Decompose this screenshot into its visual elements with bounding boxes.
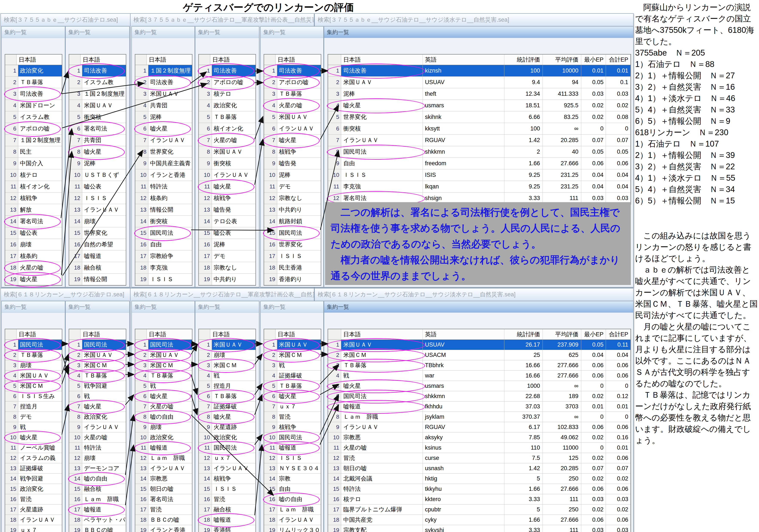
list-item[interactable]: 6嘘火星 xyxy=(135,391,192,401)
list-item[interactable]: 1１国２制度無理 xyxy=(135,65,192,77)
table-row[interactable]: 9自由freedom1.6627.6660.060.06 xyxy=(328,158,631,169)
list-item[interactable]: 4ＴＢ暴落 xyxy=(69,371,126,381)
list-item[interactable]: 13デーモンコア xyxy=(69,463,126,474)
list-item[interactable]: 18宗教なし xyxy=(199,262,256,274)
list-item[interactable]: 5泥棒 xyxy=(135,111,192,123)
list-item[interactable]: 6署名司法 xyxy=(69,123,126,134)
table-row[interactable]: 12冒涜curse7.51250.020.06 xyxy=(328,453,631,463)
list-item[interactable]: 4戦 xyxy=(199,371,256,381)
table-row[interactable]: 15特許法tkkyhu1.6627.6660.060.06 xyxy=(328,484,631,494)
list-item[interactable]: 17Ｌａｍ 辞職 xyxy=(264,505,321,515)
panel-caption-active[interactable]: 集約一覧 xyxy=(324,301,633,313)
list-item[interactable]: 11嘘報道 xyxy=(264,443,321,453)
list-item[interactable]: 8嘘火星 xyxy=(69,146,126,158)
list-item[interactable]: 7証拠爆破 xyxy=(199,401,256,412)
list-item[interactable]: 7火星の嘘 xyxy=(135,401,192,412)
list-item[interactable]: 18民主香港 xyxy=(264,262,321,274)
list-item[interactable]: 14衝突核 xyxy=(135,216,192,227)
table-row[interactable]: 8Ｌａｍ 辞職jsyklam370.37∞00 xyxy=(328,412,631,422)
list-item[interactable]: 18イランＵＡＶ xyxy=(5,515,62,525)
list-item[interactable]: 12Ｌａｍ 辞職 xyxy=(135,453,192,463)
list-item[interactable]: 12イスラムの義 xyxy=(5,453,62,463)
list-item[interactable]: 8民主 xyxy=(5,146,62,158)
list-item[interactable]: 19イランと香港 xyxy=(135,525,192,532)
list-item[interactable]: 3１国２制度無理 xyxy=(69,88,126,100)
table-row[interactable]: 8国民司法shkkmn2400.050.05 xyxy=(328,146,631,158)
list-item[interactable]: 10核テロ xyxy=(5,169,62,181)
list-item[interactable]: 8政治変化 xyxy=(69,412,126,422)
list-item[interactable]: 14宗教悪 xyxy=(135,474,192,484)
list-item[interactable]: 10ＵＳＴＢくず xyxy=(69,169,126,181)
list-item[interactable]: 9火星遺跡 xyxy=(199,422,256,433)
table-row[interactable]: 13朝日の嘘usnash1.4220.2850.070.07 xyxy=(328,463,631,474)
panel-caption[interactable]: 集約一覧 xyxy=(132,301,194,313)
list-item[interactable]: 7共青団 xyxy=(69,134,126,146)
list-item[interactable]: 1国民司法 xyxy=(135,340,192,350)
list-item[interactable]: 6核イオン化 xyxy=(199,123,256,134)
table-row[interactable]: 17臨界プルトニウム爆弾cpubtr52500.020.02 xyxy=(328,505,631,515)
list-item[interactable]: 16嘘の自由 xyxy=(264,494,321,505)
panel-caption[interactable]: 集約一覧 xyxy=(260,301,323,313)
table-row[interactable]: 2米国ＵＡＶUSUAV9.4940.050.1 xyxy=(328,77,631,88)
column-header[interactable]: 日本語 xyxy=(341,329,423,339)
list-item[interactable]: 11嘘報道 xyxy=(135,443,192,453)
list-item[interactable]: 13ＮＹＳＥ３０４ xyxy=(264,463,321,474)
panel-caption[interactable]: 集約一覧 xyxy=(2,27,65,38)
list-item[interactable]: 16自然の希望 xyxy=(69,239,126,250)
list-item[interactable]: 11デモ xyxy=(264,181,321,193)
table-row[interactable]: 3泥棒theft12.34411.3330.030.03 xyxy=(328,88,631,100)
list-item[interactable]: 18火星の嘘 xyxy=(5,262,62,274)
list-item[interactable]: 19中共釣り xyxy=(199,274,256,285)
list-item[interactable]: 1国民司法 xyxy=(69,340,126,350)
list-item[interactable]: 14テロ公表 xyxy=(199,216,256,227)
list-item[interactable]: 2司法改善 xyxy=(135,77,192,88)
list-item[interactable]: 10イランと香港 xyxy=(135,169,192,181)
list-item[interactable]: 16泥棒 xyxy=(199,239,256,250)
list-item[interactable]: 4政治変化 xyxy=(199,100,256,111)
list-item[interactable]: 4火星の嘘 xyxy=(264,100,321,111)
panel-caption[interactable]: 集約一覧 xyxy=(2,301,65,313)
list-item[interactable]: 11国民司法 xyxy=(199,443,256,453)
list-item[interactable]: 4共青団 xyxy=(135,100,192,111)
list-item[interactable]: 11嘘公表 xyxy=(69,181,126,193)
list-item[interactable]: 12ｕｘ７ xyxy=(199,453,256,463)
column-header[interactable]: 日本語 xyxy=(341,55,423,65)
window-title-bar[interactable]: 検索[３７５５ａｂｅ__サウジ石油テロ__サウジ淡水テロ__自然災害.sea] xyxy=(315,14,633,26)
panel-caption[interactable]: 集約一覧 xyxy=(66,301,129,313)
list-item[interactable]: 7ｕｘ７ xyxy=(264,401,321,412)
list-item[interactable]: 6嘘火星 xyxy=(264,391,321,401)
window-title-bar[interactable]: 検索[６１８リンカーン__サウジ石油テロ__軍産攻撃計画公表__自然災害.sea… xyxy=(131,288,314,301)
list-item[interactable]: 5衝突核 xyxy=(69,111,126,123)
list-item[interactable]: 7嘘火星 xyxy=(264,134,321,146)
list-item[interactable]: 1米国ＵＡＶ xyxy=(199,340,256,350)
list-item[interactable]: 13中共釣り xyxy=(264,204,321,216)
list-item[interactable]: 16冒涜 xyxy=(199,494,256,505)
list-item[interactable]: 3崩壊 xyxy=(5,360,62,371)
list-item[interactable]: 5イスラム教 xyxy=(5,111,62,123)
list-item[interactable]: 15朝日の嘘 xyxy=(135,484,192,494)
table-row[interactable]: 7イランＵＡＶRGUAV1.4220.2850.070.07 xyxy=(328,134,631,146)
list-item[interactable]: 18ＢＢＣの嘘 xyxy=(135,515,192,525)
list-item[interactable]: 14宗教 xyxy=(264,474,321,484)
list-item[interactable]: 17ＩＳＩＳ xyxy=(264,250,321,262)
list-item[interactable]: 16署名司法 xyxy=(135,494,192,505)
list-item[interactable]: 16Ｌａｍ 辞職 xyxy=(69,494,126,505)
list-item[interactable]: 14嘘の自由 xyxy=(69,474,126,484)
list-item[interactable]: 2ＴＢ暴落 xyxy=(5,350,62,360)
list-item[interactable]: 8嘘火星 xyxy=(199,412,256,422)
list-item[interactable]: 11嘘火星 xyxy=(199,181,256,193)
list-item[interactable]: 15自由 xyxy=(264,484,321,494)
list-item[interactable]: 16世界変化 xyxy=(264,239,321,250)
list-item[interactable]: 2米国ＵＡＶ xyxy=(69,350,126,360)
list-item[interactable]: 10国民司法 xyxy=(264,433,321,443)
list-item[interactable]: 9イランＵＡＶ xyxy=(69,422,126,433)
list-item[interactable]: 17デモ xyxy=(199,250,256,262)
window-title-bar[interactable]: 検索[３７５５ａｂｅ__サウジ石油テロ.sea] xyxy=(1,14,130,26)
list-item[interactable]: 19嘘火星 xyxy=(5,274,62,285)
list-item[interactable]: 16冒涜 xyxy=(5,494,62,505)
list-item[interactable]: 13証拠爆破 xyxy=(5,463,62,474)
list-item[interactable]: 1国民司法 xyxy=(5,340,62,350)
list-item[interactable]: 17火星遺跡 xyxy=(5,505,62,515)
list-item[interactable]: 7嘘火星 xyxy=(69,401,126,412)
table-row[interactable]: 6衝突核kksytt100∞00 xyxy=(328,123,631,134)
